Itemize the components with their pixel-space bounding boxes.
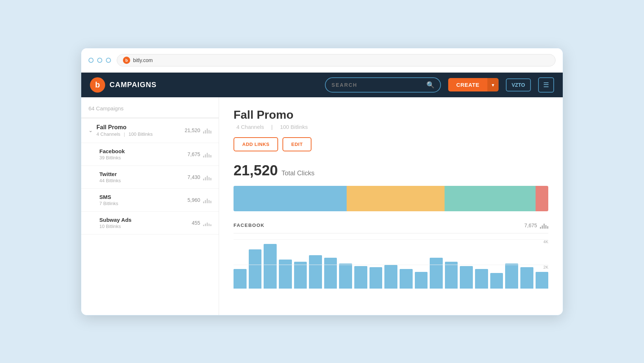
bar-chart-icon-subway <box>203 220 211 226</box>
channel-item-sms[interactable]: SMS 7 Bitlinks 5,960 <box>81 188 219 211</box>
bitly-favicon: b <box>123 57 130 64</box>
browser-dot-2[interactable] <box>97 58 102 63</box>
main-panel: Fall Promo 4 Channels | 100 Bitlinks ADD… <box>219 97 563 315</box>
search-bar[interactable]: 🔍 <box>325 77 441 93</box>
stacked-bar <box>234 186 548 211</box>
create-button[interactable]: CREATE <box>448 78 487 91</box>
channel-stats-twitter: 7,430 <box>187 174 211 180</box>
bar-chart-facebook: 4K 2K <box>234 239 548 290</box>
chart-bar <box>370 267 383 288</box>
total-clicks: 21,520 Total Clicks <box>234 162 548 179</box>
app-title: CAMPAIGNS <box>110 81 157 89</box>
chart-bar <box>400 269 413 289</box>
stacked-bar-segment <box>347 186 444 211</box>
chart-bar <box>445 262 458 288</box>
campaign-meta: 4 Channels | 100 Bitlinks <box>96 131 185 137</box>
chart-bar <box>294 262 307 288</box>
chart-bar <box>384 265 397 288</box>
campaigns-count: 64 Campaigns <box>88 105 124 111</box>
browser-dot-3[interactable] <box>106 58 111 63</box>
chart-bar <box>249 249 262 288</box>
facebook-section-header: FACEBOOK 7,675 <box>234 222 548 233</box>
add-links-button[interactable]: ADD LINKS <box>234 137 278 151</box>
chart-bar <box>536 272 549 289</box>
sidebar: 64 Campaigns ⌄ Fall Promo 4 Channels | 1… <box>81 97 219 315</box>
chart-bar <box>324 258 337 288</box>
facebook-section-count: 7,675 <box>524 222 548 229</box>
create-button-group: CREATE ▾ <box>448 78 499 91</box>
campaign-name: Fall Promo <box>96 124 185 131</box>
campaign-subtitle: 4 Channels | 100 Bitlinks <box>234 124 548 130</box>
chevron-icon: ⌄ <box>88 127 93 133</box>
url-text: bitly.com <box>133 57 153 63</box>
chart-bar <box>279 260 292 289</box>
channel-info-subway: Subway Ads 10 Bitlinks <box>99 217 192 229</box>
chart-bar <box>234 269 247 289</box>
browser-dots <box>88 58 111 63</box>
bar-chart-icon-fb <box>203 151 211 158</box>
campaign-title: Fall Promo <box>234 108 548 122</box>
bar-chart-icon <box>203 127 211 134</box>
sidebar-header: 64 Campaigns <box>81 97 219 118</box>
search-input[interactable] <box>331 82 423 88</box>
browser-window: b bitly.com b CAMPAIGNS 🔍 CREATE ▾ VZTO … <box>81 48 563 315</box>
bar-chart-icon-fb-main <box>540 222 548 229</box>
gridline-mid: 2K <box>234 265 548 265</box>
app-header: b CAMPAIGNS 🔍 CREATE ▾ VZTO ☰ <box>81 73 563 97</box>
browser-dot-1[interactable] <box>88 58 94 63</box>
channel-info-sms: SMS 7 Bitlinks <box>99 194 187 206</box>
chart-bar <box>354 266 367 288</box>
chart-bar <box>264 244 277 288</box>
create-dropdown-button[interactable]: ▾ <box>487 78 499 91</box>
app-body: 64 Campaigns ⌄ Fall Promo 4 Channels | 1… <box>81 97 563 315</box>
campaign-item-fall-promo: ⌄ Fall Promo 4 Channels | 100 Bitlinks 2… <box>81 118 219 234</box>
channel-item-twitter[interactable]: Twitter 44 Bitlinks 7,430 <box>81 166 219 188</box>
chart-bar <box>460 266 473 288</box>
gridline-top: 4K <box>234 239 548 240</box>
chart-bar <box>520 267 533 288</box>
chart-bar <box>475 269 488 289</box>
stacked-bar-segment <box>536 186 548 211</box>
menu-button[interactable]: ☰ <box>538 77 554 93</box>
channels-list: Facebook 39 Bitlinks 7,675 <box>81 143 219 234</box>
campaign-info: Fall Promo 4 Channels | 100 Bitlinks <box>96 124 185 137</box>
stacked-bar-segment <box>234 186 347 211</box>
action-buttons: ADD LINKS EDIT <box>234 137 548 151</box>
app-logo: b CAMPAIGNS <box>90 77 157 93</box>
bar-chart-icon-sms <box>203 197 211 203</box>
facebook-section-label: FACEBOOK <box>234 223 265 228</box>
clicks-number: 21,520 <box>234 162 278 179</box>
edit-button[interactable]: EDIT <box>282 137 311 151</box>
browser-bar: b bitly.com <box>81 48 563 73</box>
chart-bar <box>505 264 518 289</box>
chart-bar <box>490 273 503 289</box>
chart-bar <box>339 264 352 289</box>
channel-info-twitter: Twitter 44 Bitlinks <box>99 171 187 183</box>
campaign-stats: 21,520 <box>185 127 211 134</box>
url-bar[interactable]: b bitly.com <box>117 54 556 66</box>
channel-stats-sms: 5,960 <box>187 197 211 203</box>
campaign-main-row[interactable]: ⌄ Fall Promo 4 Channels | 100 Bitlinks 2… <box>81 118 219 143</box>
channel-item-subway[interactable]: Subway Ads 10 Bitlinks 455 <box>81 211 219 234</box>
clicks-label: Total Clicks <box>281 170 314 177</box>
channel-stats-facebook: 7,675 <box>187 151 211 158</box>
bar-chart-icon-tw <box>203 174 211 180</box>
chart-bar <box>430 258 443 288</box>
stacked-bar-segment <box>445 186 536 211</box>
chart-label-4k: 4K <box>544 240 548 244</box>
channel-item-facebook[interactable]: Facebook 39 Bitlinks 7,675 <box>81 143 219 166</box>
search-icon: 🔍 <box>426 81 434 89</box>
channel-stats-subway: 455 <box>192 220 211 226</box>
chart-bar <box>415 272 428 289</box>
logo-icon: b <box>90 77 105 93</box>
chart-bar <box>309 255 322 289</box>
user-button[interactable]: VZTO <box>506 78 531 91</box>
channel-info-facebook: Facebook 39 Bitlinks <box>99 148 187 160</box>
chart-label-2k: 2K <box>544 265 548 269</box>
